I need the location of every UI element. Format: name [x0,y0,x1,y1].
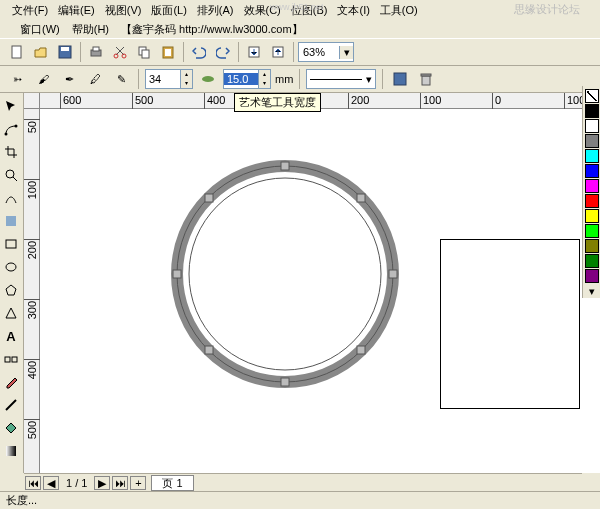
menu-help[interactable]: 帮助(H) [72,22,109,37]
menu-file[interactable]: 文件(F) [8,2,52,19]
zoom-tool[interactable] [0,164,22,186]
swatch[interactable] [585,209,599,223]
ring-object[interactable] [170,159,400,389]
page-count: 1 / 1 [60,477,93,489]
first-page-button[interactable]: ⏮ [25,476,41,490]
svg-rect-4 [93,47,99,51]
width-input[interactable] [224,73,258,85]
interactive-fill-tool[interactable] [0,440,22,462]
save-button[interactable] [54,41,76,63]
shape-tool[interactable] [0,118,22,140]
separator [382,69,383,89]
swatch[interactable] [585,179,599,193]
menu-tools[interactable]: 工具(O) [376,2,422,19]
vertical-ruler[interactable]: 50100200300400500 [24,109,40,473]
outline-tool[interactable] [0,394,22,416]
width-spinner[interactable]: ▴▾ [223,69,271,89]
next-page-button[interactable]: ▶ [94,476,110,490]
stroke-style-combo[interactable]: ▾ [306,69,376,89]
copy-button[interactable] [133,41,155,63]
text-tool[interactable]: A [0,325,22,347]
svg-rect-25 [6,446,16,456]
menu-text[interactable]: 文本(I) [333,2,373,19]
smoothing-input[interactable] [146,73,180,85]
ruler-origin[interactable] [24,93,40,109]
basic-shapes-tool[interactable] [0,302,22,324]
svg-rect-8 [142,50,149,58]
zoom-input[interactable] [299,46,339,58]
pick-tool[interactable] [0,95,22,117]
ellipse-tool[interactable] [0,256,22,278]
up-arrow-icon[interactable]: ▴ [258,70,270,79]
eyedropper-tool[interactable] [0,371,22,393]
save-preset-button[interactable] [389,68,411,90]
menu-extra[interactable]: 【鑫宇条码 http://www.lw3000.com】 [121,22,303,37]
cut-button[interactable] [109,41,131,63]
swatch[interactable] [585,239,599,253]
status-coords: 长度... [6,494,37,506]
svg-rect-23 [5,357,10,362]
swatch-none[interactable] [585,89,599,103]
menu-edit[interactable]: 编辑(E) [54,2,99,19]
add-page-button[interactable]: + [130,476,146,490]
swatch[interactable] [585,119,599,133]
menu-window[interactable]: 窗口(W) [20,22,60,37]
rectangle-tool[interactable] [0,233,22,255]
swatch[interactable] [585,224,599,238]
pressure-tool-icon[interactable]: ✎ [110,68,132,90]
swatch[interactable] [585,254,599,268]
separator [183,42,184,62]
calligraphy-tool-icon[interactable]: 🖊 [84,68,106,90]
brush-tool-icon[interactable]: 🖌 [32,68,54,90]
polygon-tool[interactable] [0,279,22,301]
down-arrow-icon[interactable]: ▾ [258,79,270,88]
open-button[interactable] [30,41,52,63]
swatch[interactable] [585,164,599,178]
print-button[interactable] [85,41,107,63]
svg-rect-24 [12,357,17,362]
last-page-button[interactable]: ⏭ [112,476,128,490]
separator [238,42,239,62]
down-arrow-icon[interactable]: ▾ [180,79,192,88]
menu-arrange[interactable]: 排列(A) [193,2,238,19]
swatch[interactable] [585,269,599,283]
palette-scroll-icon[interactable]: ▾ [583,285,600,298]
blend-tool[interactable] [0,348,22,370]
preset-tool-icon[interactable]: ➳ [6,68,28,90]
redo-button[interactable] [212,41,234,63]
svg-point-13 [202,76,214,82]
up-arrow-icon[interactable]: ▴ [180,70,192,79]
menu-layout[interactable]: 版面(L) [147,2,190,19]
svg-rect-36 [357,346,365,354]
new-button[interactable] [6,41,28,63]
swatch[interactable] [585,194,599,208]
zoom-dropdown-icon[interactable]: ▾ [339,46,353,59]
zoom-combo[interactable]: ▾ [298,42,354,62]
freehand-tool[interactable] [0,187,22,209]
svg-rect-33 [205,194,213,202]
smart-fill-tool[interactable] [0,210,22,232]
rectangle-object[interactable] [440,239,580,409]
spray-tool-icon[interactable]: ✒ [58,68,80,90]
swatch[interactable] [585,104,599,118]
undo-button[interactable] [188,41,210,63]
page-tab[interactable]: 页 1 [151,475,193,491]
smoothing-spinner[interactable]: ▴▾ [145,69,193,89]
separator [293,42,294,62]
canvas[interactable] [40,109,600,473]
swatch[interactable] [585,134,599,148]
import-button[interactable] [243,41,265,63]
paste-button[interactable] [157,41,179,63]
prev-page-button[interactable]: ◀ [43,476,59,490]
menu-bar-2: 窗口(W) 帮助(H) 【鑫宇条码 http://www.lw3000.com】 [0,21,600,38]
property-bar: ➳ 🖌 ✒ 🖊 ✎ ▴▾ ▴▾ mm ▾ [0,66,600,93]
delete-preset-button[interactable] [415,68,437,90]
export-button[interactable] [267,41,289,63]
watermark-jb: www.jb51.net [270,2,324,12]
page-navigator: ⏮ ◀ 1 / 1 ▶ ⏭ + 页 1 [24,473,582,491]
status-bar: 长度... [0,491,600,509]
fill-tool[interactable] [0,417,22,439]
swatch[interactable] [585,149,599,163]
crop-tool[interactable] [0,141,22,163]
menu-view[interactable]: 视图(V) [101,2,146,19]
